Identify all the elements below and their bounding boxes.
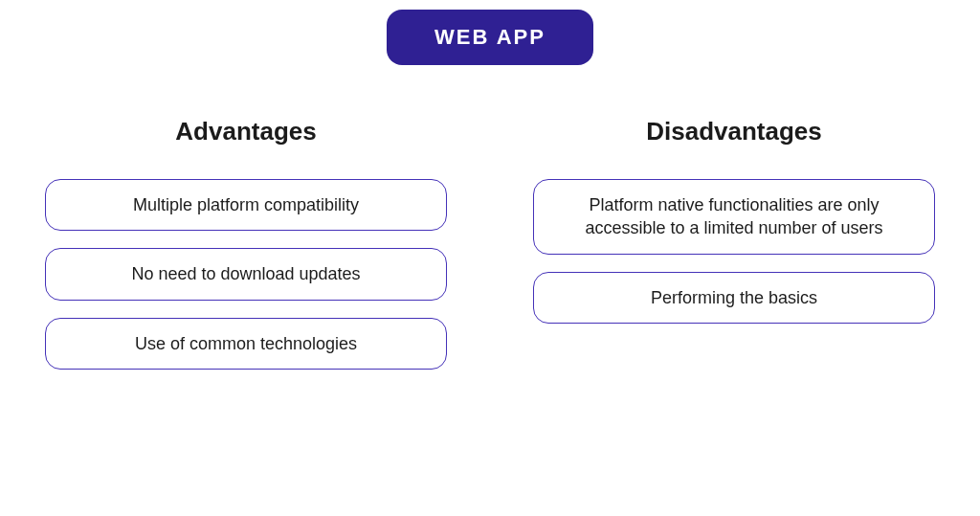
- title-badge: WEB APP: [387, 10, 593, 65]
- columns-container: Advantages Multiple platform compatibili…: [38, 117, 942, 387]
- advantage-item: Multiple platform compatibility: [45, 179, 447, 231]
- disadvantage-item: Performing the basics: [533, 272, 935, 324]
- advantages-heading: Advantages: [175, 117, 316, 146]
- disadvantages-heading: Disadvantages: [646, 117, 822, 146]
- disadvantages-column: Disadvantages Platform native functional…: [533, 117, 935, 387]
- advantage-item: No need to download updates: [45, 248, 447, 300]
- advantage-item: Use of common technologies: [45, 318, 447, 370]
- advantages-column: Advantages Multiple platform compatibili…: [45, 117, 447, 387]
- disadvantage-item: Platform native functionalities are only…: [533, 179, 935, 255]
- diagram-root: WEB APP Advantages Multiple platform com…: [0, 0, 980, 516]
